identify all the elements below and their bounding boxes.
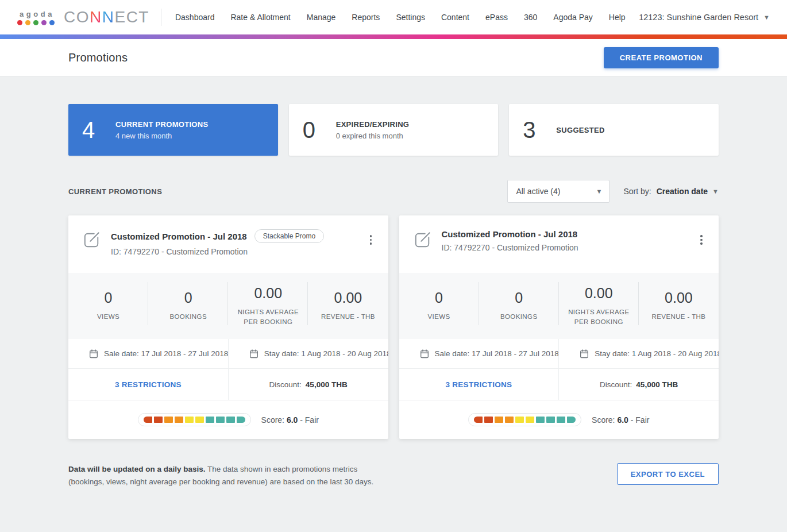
chevron-down-icon: ▼	[596, 188, 603, 195]
discount-label: Discount:	[600, 380, 632, 389]
filter-row: CURRENT PROMOTIONS All active (4) ▼ Sort…	[68, 180, 719, 203]
agoda-dots-icon	[17, 20, 55, 25]
views-label: VIEWS	[428, 312, 450, 322]
promotion-id: ID: 74792270 - Customized Promotion	[442, 243, 696, 252]
suggested-count: 3	[523, 117, 556, 143]
nav-item-agoda-pay[interactable]: Agoda Pay	[553, 13, 593, 22]
promotion-cards: Customized Promotion - Jul 2018 Stackabl…	[68, 215, 719, 439]
revenue-value: 0.00	[665, 290, 693, 306]
score-meter	[138, 413, 251, 426]
summary-card-expired[interactable]: 0 EXPIRED/EXPIRING 0 expired this month	[289, 104, 499, 156]
sale-date: Sale date: 17 Jul 2018 - 27 Jul 2018	[399, 339, 559, 368]
revenue-value: 0.00	[334, 290, 362, 306]
restrictions-link[interactable]: 3 RESTRICTIONS	[445, 380, 512, 389]
bookings-label: BOOKINGS	[169, 312, 207, 322]
page-header: Promotions CREATE PROMOTION	[0, 39, 787, 76]
discount-value: 45,000 THB	[306, 380, 348, 389]
nav-item-content[interactable]: Content	[441, 13, 469, 22]
current-sub: 4 new this month	[115, 132, 208, 140]
chevron-down-icon: ▼	[763, 14, 770, 21]
expired-sub: 0 expired this month	[336, 132, 410, 140]
promotion-conditions: 3 RESTRICTIONS Discount: 45,000 THB	[399, 369, 719, 400]
bookings-value: 0	[184, 290, 192, 306]
sort-by-label: Sort by:	[623, 187, 651, 196]
expired-count: 0	[303, 117, 336, 143]
discount: Discount: 45,000 THB	[228, 369, 388, 400]
calendar-icon	[580, 349, 589, 358]
sale-date: Sale date: 17 Jul 2018 - 27 Jul 2018	[68, 339, 228, 368]
score-value: 6.0	[617, 415, 628, 425]
agoda-wordmark: agoda	[17, 10, 55, 25]
chevron-down-icon: ▼	[712, 188, 719, 195]
edit-promotion-icon[interactable]	[414, 231, 431, 273]
restrictions-link[interactable]: 3 RESTRICTIONS	[115, 380, 182, 389]
promotion-title: Customized Promotion - Jul 2018	[442, 229, 578, 239]
agoda-connect-logo: agoda CONNECT	[17, 9, 149, 25]
bookings-label: BOOKINGS	[500, 312, 538, 322]
calendar-icon	[89, 349, 98, 358]
stackable-promo-badge: Stackable Promo	[254, 229, 324, 243]
export-to-excel-button[interactable]: EXPORT TO EXCEL	[617, 463, 719, 485]
stay-date: Stay date: 1 Aug 2018 - 20 Aug 2018	[228, 339, 388, 368]
score-meter	[468, 413, 581, 426]
status-filter-value: All active (4)	[516, 187, 560, 196]
score-rating: - Fair	[300, 415, 319, 425]
nav-item-360[interactable]: 360	[524, 13, 537, 22]
score-label: Score:	[592, 415, 615, 425]
suggested-label: SUGGESTED	[556, 126, 604, 134]
property-selector-label: 12123: Sunshine Garden Resort	[639, 13, 758, 22]
nights-average-label: NIGHTS AVERAGE PER BOOKING	[233, 307, 303, 327]
promotion-dates: Sale date: 17 Jul 2018 - 27 Jul 2018 Sta…	[68, 339, 388, 369]
summary-card-suggested[interactable]: 3 SUGGESTED	[509, 104, 719, 156]
summary-card-current[interactable]: 4 CURRENT PROMOTIONS 4 new this month	[68, 104, 278, 156]
summary-cards: 4 CURRENT PROMOTIONS 4 new this month 0 …	[68, 104, 719, 156]
current-count: 4	[82, 117, 115, 143]
promotion-card: Customized Promotion - Jul 2018 ID: 7479…	[399, 215, 719, 439]
bookings-value: 0	[515, 290, 523, 306]
score-rating: - Fair	[631, 415, 650, 425]
edit-promotion-icon[interactable]	[83, 231, 101, 273]
nav-item-epass[interactable]: ePass	[485, 13, 508, 22]
top-navigation-bar: agoda CONNECT Dashboard Rate & Allotment…	[0, 0, 787, 34]
revenue-label: REVENUE - THB	[652, 312, 706, 322]
create-promotion-button[interactable]: CREATE PROMOTION	[604, 47, 719, 68]
connect-wordmark: CONNECT	[64, 9, 149, 25]
expired-label: EXPIRED/EXPIRING	[336, 120, 410, 129]
revenue-label: REVENUE - THB	[321, 312, 375, 322]
main-nav: Dashboard Rate & Allotment Manage Report…	[175, 13, 626, 22]
nights-average-label: NIGHTS AVERAGE PER BOOKING	[564, 307, 634, 327]
views-value: 0	[105, 290, 113, 306]
calendar-icon	[420, 349, 429, 358]
promotion-score: Score: 6.0 - Fair	[68, 400, 388, 439]
promotion-score: Score: 6.0 - Fair	[399, 400, 719, 439]
nav-item-reports[interactable]: Reports	[352, 13, 380, 22]
promotion-card: Customized Promotion - Jul 2018 Stackabl…	[68, 215, 388, 439]
page-title: Promotions	[68, 51, 128, 64]
status-filter-dropdown[interactable]: All active (4) ▼	[507, 180, 609, 203]
promotion-stats: 0VIEWS 0BOOKINGS 0.00NIGHTS AVERAGE PER …	[399, 273, 719, 339]
section-label: CURRENT PROMOTIONS	[68, 187, 162, 196]
discount-label: Discount:	[269, 380, 302, 389]
agoda-word: agoda	[20, 10, 55, 18]
nights-average-value: 0.00	[585, 285, 613, 302]
nav-item-dashboard[interactable]: Dashboard	[175, 13, 215, 22]
promotion-dates: Sale date: 17 Jul 2018 - 27 Jul 2018 Sta…	[399, 339, 719, 369]
data-update-note: Data will be updated on a daily basis. T…	[68, 463, 390, 488]
nights-average-value: 0.00	[254, 285, 282, 302]
property-selector-dropdown[interactable]: 12123: Sunshine Garden Resort ▼	[639, 13, 770, 22]
footer: Data will be updated on a daily basis. T…	[68, 463, 719, 488]
nav-item-manage[interactable]: Manage	[307, 13, 336, 22]
stay-date: Stay date: 1 Aug 2018 - 20 Aug 2018	[558, 339, 719, 368]
kebab-menu-icon[interactable]	[696, 229, 707, 273]
nav-item-settings[interactable]: Settings	[396, 13, 425, 22]
discount-value: 45,000 THB	[636, 380, 678, 389]
sort-by-dropdown[interactable]: Creation date	[657, 187, 708, 196]
nav-item-rate-allotment[interactable]: Rate & Allotment	[230, 13, 290, 22]
logo-nav-divider	[161, 9, 161, 26]
kebab-menu-icon[interactable]	[365, 229, 377, 273]
calendar-icon	[249, 349, 259, 358]
views-label: VIEWS	[97, 312, 119, 322]
promotion-id: ID: 74792270 - Customized Promotion	[111, 247, 365, 256]
nav-item-help[interactable]: Help	[609, 13, 626, 22]
current-label: CURRENT PROMOTIONS	[115, 120, 208, 129]
